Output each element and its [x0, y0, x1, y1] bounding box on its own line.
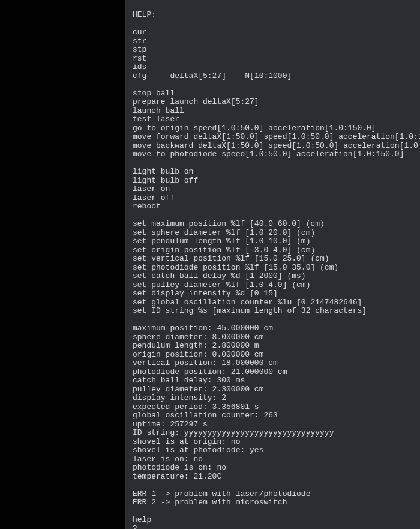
- terminal-line: set ID string %s [maximum length of 32 c…: [133, 307, 413, 316]
- terminal-line: [133, 507, 413, 516]
- terminal-line: set sphere diameter %lf [1.0 20.0] (cm): [133, 229, 413, 238]
- terminal-line: [133, 159, 413, 168]
- terminal-line: set maximum position %lf [40.0 60.0] (cm…: [133, 220, 413, 229]
- terminal-line: set pulley diameter %lf [1.0 4.0] (cm): [133, 281, 413, 290]
- terminal-line: set display intensity %d [0 15]: [133, 289, 413, 298]
- terminal-line: [133, 481, 413, 490]
- terminal-line: ids: [133, 63, 413, 72]
- terminal-line: [133, 20, 413, 29]
- terminal-line: light bulb off: [133, 177, 413, 186]
- terminal-line: prepare launch deltaX[5:27]: [133, 98, 413, 107]
- terminal-line: str: [133, 37, 413, 46]
- terminal-line: temperature: 21.20C: [133, 473, 413, 482]
- terminal-line: sphere diameter: 8.000000 cm: [133, 333, 413, 342]
- terminal-line: HELP:: [133, 11, 413, 20]
- terminal-line: set origin position %lf [-3.0 4.0] (cm): [133, 246, 413, 255]
- terminal-line: set catch ball delay %d [1 2000] (ms): [133, 272, 413, 281]
- terminal-line: expected period: 3.356801 s: [133, 403, 413, 412]
- terminal-line: photodiode position: 21.000000 cm: [133, 368, 413, 377]
- terminal-line: light bulb on: [133, 168, 413, 177]
- terminal-line: pulley diameter: 2.300000 cm: [133, 385, 413, 394]
- terminal-line: pendulum length: 2.800000 m: [133, 342, 413, 351]
- terminal-line: set global oscillation counter %lu [0 21…: [133, 298, 413, 307]
- terminal-line: global oscillation counter: 263: [133, 411, 413, 420]
- terminal-line: rst: [133, 55, 413, 64]
- terminal-line: ERR 2 -> problem with microswitch: [133, 498, 413, 507]
- terminal-line: help: [133, 516, 413, 525]
- terminal-line: vertical position: 18.000000 cm: [133, 359, 413, 368]
- terminal-line: test laser: [133, 115, 413, 124]
- terminal-line: uptime: 257297 s: [133, 420, 413, 429]
- terminal-line: laser off: [133, 194, 413, 203]
- terminal-line: stop ball: [133, 89, 413, 98]
- terminal-line: shovel is at photodiode: yes: [133, 446, 413, 455]
- terminal-line: cur: [133, 28, 413, 37]
- terminal-line: launch ball: [133, 107, 413, 116]
- terminal-line: ?: [133, 525, 413, 530]
- terminal-line: [133, 211, 413, 220]
- terminal-line: set vertical position %lf [15.0 25.0] (c…: [133, 255, 413, 264]
- terminal-line: laser on: [133, 185, 413, 194]
- sidebar-panel: [0, 0, 125, 529]
- terminal-line: catch ball delay: 300 ms: [133, 376, 413, 385]
- terminal-line: reboot: [133, 202, 413, 211]
- terminal-line: cfg deltaX[5:27] N[10:1000]: [133, 72, 413, 81]
- terminal-line: move backward deltaX[1:50.0] speed[1.0:5…: [133, 142, 413, 151]
- terminal-line: move forward deltaX[1:50.0] speed[1.0:50…: [133, 133, 413, 142]
- terminal-line: ID string: yyyyyyyyyyyyyyyyyyyyyyyyyyyyy…: [133, 429, 413, 438]
- terminal-line: [133, 316, 413, 325]
- terminal-line: display intensity: 2: [133, 394, 413, 403]
- terminal-line: go to origin speed[1.0:50.0] acceleratio…: [133, 124, 413, 133]
- terminal-line: [133, 80, 413, 89]
- terminal-line: set photodiode position %lf [15.0 35.0] …: [133, 264, 413, 273]
- terminal-line: maximum position: 45.000000 cm: [133, 324, 413, 333]
- terminal-output[interactable]: HELP: curstrstprstidscfg deltaX[5:27] N[…: [125, 0, 420, 529]
- terminal-line: move to photodiode speed[1.0:50.0] accel…: [133, 150, 413, 159]
- terminal-line: shovel is at origin: no: [133, 438, 413, 447]
- terminal-line: ERR 1 -> problem with laser/photodiode: [133, 490, 413, 499]
- terminal-line: set pendulum length %lf [1.0 10.0] (m): [133, 237, 413, 246]
- terminal-line: origin position: 0.000000 cm: [133, 351, 413, 360]
- terminal-line: photodiode is on: no: [133, 464, 413, 473]
- terminal-line: laser is on: no: [133, 455, 413, 464]
- terminal-line: stp: [133, 46, 413, 55]
